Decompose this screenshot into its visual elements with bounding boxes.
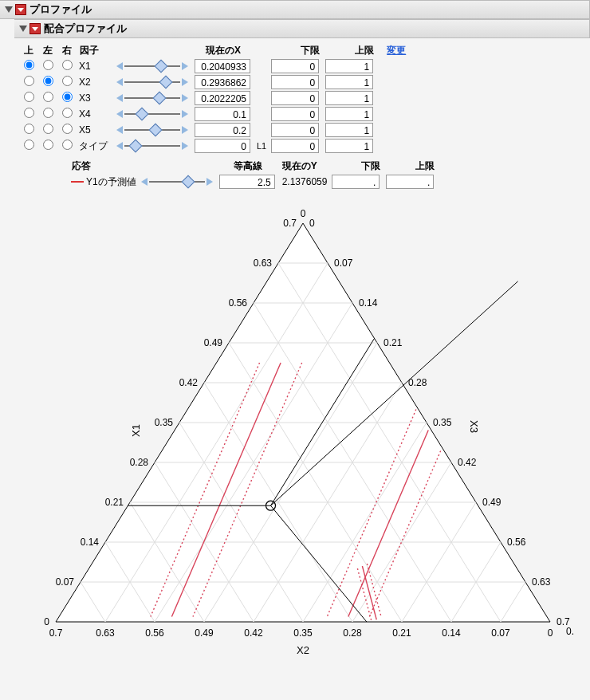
svg-text:0.14: 0.14: [442, 627, 461, 639]
factor-row: X20.293686201: [19, 74, 409, 90]
svg-text:0.56: 0.56: [229, 297, 248, 309]
svg-text:0.56: 0.56: [145, 627, 164, 639]
svg-text:0: 0: [301, 208, 306, 219]
radio-left[interactable]: [43, 124, 53, 134]
response-header-row: 応答 等高線 現在のY 下限 上限: [19, 159, 438, 174]
svg-text:0.35: 0.35: [433, 417, 452, 428]
change-link[interactable]: 変更: [387, 45, 406, 56]
radio-up[interactable]: [24, 124, 34, 134]
svg-text:0.28: 0.28: [130, 457, 149, 468]
factor-slider[interactable]: [116, 92, 188, 104]
red-menu-icon[interactable]: [30, 23, 41, 34]
currentX-input[interactable]: 0.2936862: [195, 75, 250, 89]
radio-up[interactable]: [24, 76, 34, 86]
response-upper-input[interactable]: .: [386, 175, 434, 189]
radio-left[interactable]: [43, 60, 53, 70]
factor-row: X40.101: [19, 106, 409, 122]
svg-text:0.49: 0.49: [204, 337, 223, 348]
currentX-input[interactable]: 0: [195, 139, 250, 153]
svg-text:0: 0: [309, 218, 315, 229]
svg-text:0.07: 0.07: [56, 576, 75, 588]
col-up: 上: [19, 43, 38, 58]
currentX-input[interactable]: 0.1: [195, 107, 250, 121]
col-lower-y: 下限: [329, 159, 384, 174]
currentX-input[interactable]: 0.2040933: [195, 59, 250, 73]
factor-row: タイプ0L101: [19, 138, 409, 154]
radio-left[interactable]: [43, 140, 53, 150]
ternary-plot-svg[interactable]: 00.070.140.210.280.350.420.490.560.630.7…: [32, 199, 574, 662]
radio-right[interactable]: [62, 140, 73, 150]
factors-header-row: 上 左 右 因子 現在のX 下限 上限 変更: [19, 43, 409, 58]
factors-table: 上 左 右 因子 現在のX 下限 上限 変更 X10.204093301X20.…: [19, 43, 409, 154]
response-table: 応答 等高線 現在のY 下限 上限 Y1の予測値 2.5 2.1376059 .…: [19, 159, 438, 190]
factor-slider[interactable]: [116, 124, 188, 136]
response-color-swatch: [71, 181, 84, 183]
response-slider[interactable]: [141, 176, 213, 187]
radio-up[interactable]: [24, 108, 34, 118]
currentX-input[interactable]: 0.2: [195, 123, 250, 137]
upper-input[interactable]: 1: [325, 123, 373, 137]
factor-row: X30.202220501: [19, 90, 409, 106]
upper-input[interactable]: 1: [325, 59, 373, 73]
lower-input[interactable]: 0: [271, 123, 319, 137]
col-lower: 下限: [269, 43, 323, 58]
radio-up[interactable]: [24, 92, 34, 102]
factor-slider[interactable]: [116, 61, 188, 72]
col-currentX: 現在のX: [192, 43, 254, 58]
upper-input[interactable]: 1: [325, 75, 373, 89]
radio-right[interactable]: [62, 76, 73, 86]
col-contour: 等高線: [217, 159, 279, 174]
svg-text:0.21: 0.21: [392, 627, 411, 639]
radio-up[interactable]: [24, 140, 34, 150]
radio-up[interactable]: [24, 60, 34, 70]
factor-slider[interactable]: [116, 108, 188, 120]
contour-input[interactable]: 2.5: [219, 175, 275, 189]
svg-text:0.63: 0.63: [532, 576, 551, 588]
factor-extra-label: L1: [254, 138, 269, 154]
ternary-plot[interactable]: 00.070.140.210.280.350.420.490.560.630.7…: [32, 199, 590, 664]
svg-text:0.49: 0.49: [195, 627, 214, 639]
svg-text:0: 0: [548, 627, 553, 639]
factor-row: X50.201: [19, 122, 409, 138]
response-row: Y1の予測値 2.5 2.1376059 . .: [19, 174, 438, 190]
lower-input[interactable]: 0: [271, 75, 319, 89]
upper-input[interactable]: 1: [325, 107, 373, 121]
col-currentY: 現在のY: [279, 159, 330, 174]
svg-text:0.28: 0.28: [343, 627, 362, 639]
disclosure-triangle-icon[interactable]: [19, 26, 27, 32]
factor-name: X1: [77, 58, 114, 74]
disclosure-triangle-icon[interactable]: [5, 6, 13, 13]
upper-input[interactable]: 1: [325, 139, 373, 153]
svg-text:0.21: 0.21: [384, 337, 403, 348]
lower-input[interactable]: 0: [271, 107, 319, 121]
factor-row: X10.204093301: [19, 58, 409, 74]
factor-name: X5: [77, 122, 114, 138]
panel-header-mixture-profile[interactable]: 配合プロファイル: [14, 19, 590, 38]
radio-left[interactable]: [43, 108, 53, 118]
factor-name: X4: [77, 106, 114, 122]
radio-right[interactable]: [62, 108, 73, 118]
svg-text:X1: X1: [130, 424, 142, 437]
currentX-input[interactable]: 0.2022205: [195, 91, 250, 105]
factor-slider[interactable]: [116, 140, 188, 151]
factor-name: タイプ: [77, 138, 114, 154]
lower-input[interactable]: 0: [271, 91, 319, 105]
radio-left[interactable]: [43, 76, 53, 86]
svg-text:0.07: 0.07: [491, 627, 510, 639]
upper-input[interactable]: 1: [325, 91, 373, 105]
radio-right[interactable]: [62, 60, 73, 70]
svg-text:0.35: 0.35: [155, 417, 174, 428]
red-menu-icon[interactable]: [15, 4, 26, 15]
svg-text:X3: X3: [468, 420, 480, 433]
factor-slider[interactable]: [116, 77, 188, 88]
radio-right[interactable]: [62, 92, 73, 102]
svg-text:0.63: 0.63: [96, 627, 115, 639]
radio-left[interactable]: [43, 92, 53, 102]
panel-header-profile[interactable]: プロファイル: [0, 0, 590, 19]
svg-text:0.14: 0.14: [81, 537, 100, 548]
response-lower-input[interactable]: .: [332, 175, 380, 189]
panel-title: プロファイル: [30, 2, 92, 17]
lower-input[interactable]: 0: [271, 59, 319, 73]
lower-input[interactable]: 0: [271, 139, 319, 153]
radio-right[interactable]: [62, 124, 73, 134]
